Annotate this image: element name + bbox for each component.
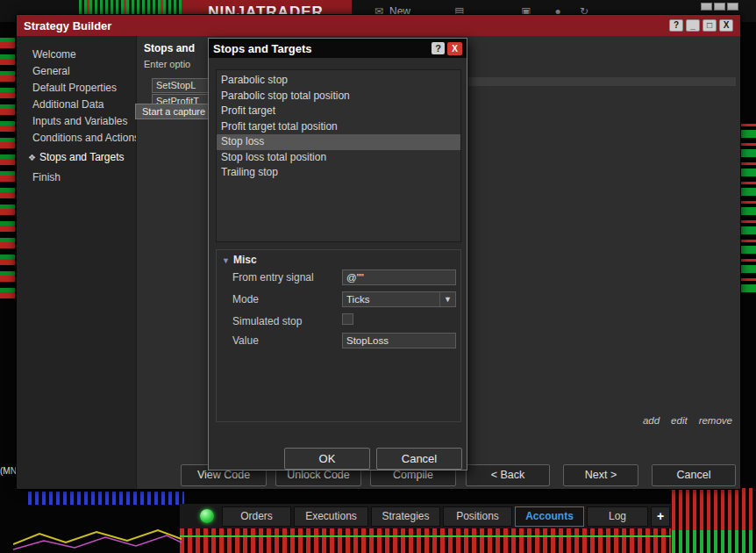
sidebar-item-inputs-and-variables[interactable]: Inputs and Variables bbox=[17, 113, 136, 130]
mode-select[interactable]: ▼Ticks bbox=[342, 291, 456, 307]
stops-and-targets-dialog: Stops and Targets ? X Parabolic stop Par… bbox=[208, 38, 467, 470]
start-capture-tooltip: Start a capture bbox=[135, 104, 212, 119]
collapse-triangle-icon: ▼ bbox=[222, 256, 230, 265]
dialog-titlebar-buttons: ? X bbox=[431, 42, 462, 55]
mode-select-value: Ticks bbox=[346, 294, 369, 305]
app-maximize-button[interactable] bbox=[714, 3, 725, 11]
misc-group-header[interactable]: ▼Misc bbox=[222, 254, 257, 266]
remove-link[interactable]: remove bbox=[699, 415, 732, 426]
sidebar-item-additional-data[interactable]: Additional Data bbox=[17, 97, 136, 113]
add-tab-button[interactable]: + bbox=[651, 506, 670, 527]
close-button[interactable]: X bbox=[719, 19, 733, 32]
tab-accounts[interactable]: Accounts bbox=[515, 506, 584, 527]
from-entry-signal-input[interactable]: @"" bbox=[342, 269, 456, 285]
screen: NINJATRADER ✉ New ▤ ▣ ● ↻ (MN Orders Exe… bbox=[0, 0, 756, 553]
tab-orders[interactable]: Orders bbox=[222, 506, 291, 527]
current-step-icon: ❖ bbox=[28, 153, 36, 162]
minimize-button[interactable]: _ bbox=[686, 19, 700, 32]
window-buttons: ? _ □ X bbox=[669, 19, 733, 32]
next-button[interactable]: Next > bbox=[563, 464, 638, 486]
simulated-stop-checkbox[interactable] bbox=[342, 313, 353, 325]
red-histogram bbox=[180, 528, 671, 553]
dialog-close-button[interactable]: X bbox=[447, 42, 462, 55]
value-input[interactable]: StopLoss bbox=[342, 333, 456, 348]
dialog-help-button[interactable]: ? bbox=[431, 42, 445, 54]
list-header-band bbox=[468, 77, 736, 86]
chart-bars-decoration bbox=[79, 0, 182, 14]
sidebar-item-finish[interactable]: Finish bbox=[17, 169, 136, 186]
dialog-cancel-button[interactable]: Cancel bbox=[376, 448, 462, 470]
list-item-selected[interactable]: Stop loss bbox=[217, 134, 460, 150]
sidebar-item-general[interactable]: General bbox=[17, 63, 136, 80]
tab-log[interactable]: Log bbox=[587, 506, 648, 527]
help-button[interactable]: ? bbox=[669, 19, 683, 32]
sidebar-item-conditions-and-actions[interactable]: Conditions and Actions bbox=[17, 130, 136, 147]
value-label: Value bbox=[232, 334, 259, 347]
simulated-stop-label: Simulated stop bbox=[232, 315, 302, 327]
status-tab-strip: Orders Executions Strategies Positions A… bbox=[180, 504, 671, 528]
list-item[interactable]: Stop loss total position bbox=[217, 150, 460, 166]
tab-positions[interactable]: Positions bbox=[443, 506, 512, 527]
sidebar-item-stops-and-targets[interactable]: ❖Stops and Targets bbox=[17, 149, 136, 166]
edit-link[interactable]: edit bbox=[671, 415, 688, 426]
mode-label: Mode bbox=[232, 293, 259, 305]
strategy-builder-titlebar[interactable]: Strategy Builder ? _ □ X bbox=[17, 15, 740, 36]
dialog-titlebar[interactable]: Stops and Targets ? X bbox=[209, 39, 467, 58]
window-title: Strategy Builder bbox=[24, 19, 111, 32]
chart-axis-label: (MN bbox=[0, 466, 17, 476]
tab-executions[interactable]: Executions bbox=[294, 506, 368, 527]
list-item[interactable]: Parabolic stop bbox=[217, 73, 460, 89]
connection-status-icon[interactable] bbox=[200, 509, 214, 523]
chevron-down-icon: ▼ bbox=[439, 292, 455, 306]
from-entry-signal-label: From entry signal bbox=[232, 271, 314, 284]
indicator-waves bbox=[13, 525, 182, 553]
right-histogram bbox=[672, 488, 756, 553]
app-minimize-button[interactable] bbox=[701, 3, 712, 11]
back-button[interactable]: < Back bbox=[466, 464, 550, 486]
blue-volume-bars bbox=[28, 492, 184, 505]
stop-type-list: Parabolic stop Parabolic stop total posi… bbox=[216, 69, 461, 242]
page-description: Enter optio bbox=[144, 59, 190, 69]
misc-property-group: ▼Misc From entry signal @"" Mode ▼Ticks … bbox=[216, 249, 461, 422]
page-heading: Stops and bbox=[144, 42, 195, 54]
list-item[interactable]: Trailing stop bbox=[217, 165, 460, 181]
app-close-button[interactable] bbox=[727, 3, 738, 11]
list-actions: add edit remove bbox=[643, 415, 732, 426]
sidebar-item-welcome[interactable]: Welcome bbox=[17, 47, 136, 63]
sidebar-item-default-properties[interactable]: Default Properties bbox=[17, 80, 136, 97]
left-candlestick-chart bbox=[0, 35, 15, 298]
list-item[interactable]: Parabolic stop total position bbox=[217, 89, 460, 104]
right-candlestick-chart bbox=[741, 121, 756, 292]
misc-group-label: Misc bbox=[233, 254, 257, 266]
set-stop-loss-item[interactable]: SetStopL bbox=[152, 78, 213, 93]
tab-strategies[interactable]: Strategies bbox=[371, 506, 440, 527]
dialog-title: Stops and Targets bbox=[213, 42, 311, 55]
list-item[interactable]: Profit target total position bbox=[217, 119, 460, 135]
add-link[interactable]: add bbox=[643, 415, 660, 426]
wizard-sidebar: Welcome General Default Properties Addit… bbox=[17, 36, 137, 489]
list-item[interactable]: Profit target bbox=[217, 104, 460, 119]
maximize-button[interactable]: □ bbox=[703, 19, 717, 32]
ok-button[interactable]: OK bbox=[284, 448, 370, 470]
wizard-cancel-button[interactable]: Cancel bbox=[652, 464, 736, 486]
sidebar-item-label: Stops and Targets bbox=[39, 151, 125, 163]
